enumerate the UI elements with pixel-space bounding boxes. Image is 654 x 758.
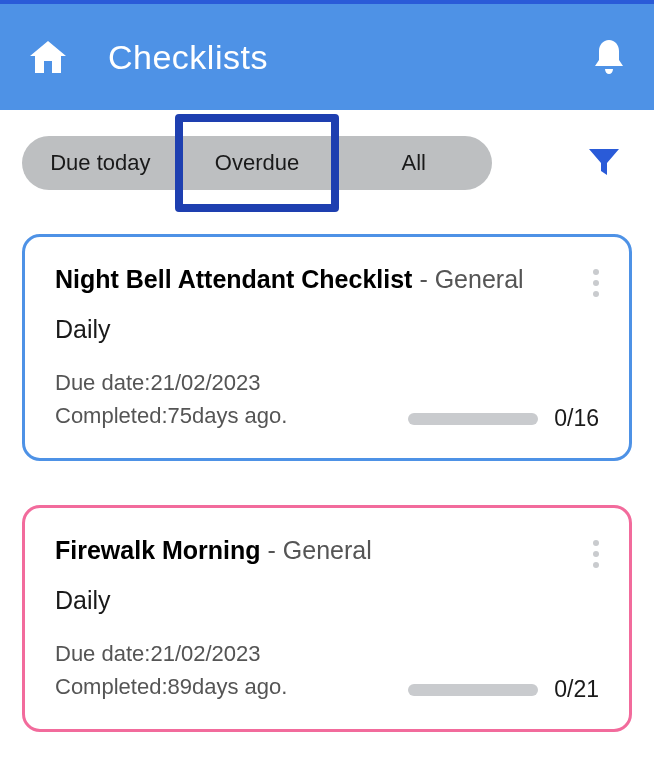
- tabs-row: Due today Overdue All: [0, 110, 654, 190]
- progress-bar: [408, 684, 538, 696]
- card-more-button[interactable]: [585, 536, 599, 568]
- app-header: Checklists: [0, 4, 654, 110]
- bell-icon: [592, 38, 626, 76]
- more-icon: [593, 562, 599, 568]
- checklist-name: Night Bell Attendant Checklist: [55, 265, 412, 293]
- home-button[interactable]: [28, 39, 68, 75]
- card-title: Night Bell Attendant Checklist - General: [55, 265, 524, 294]
- page-title: Checklists: [108, 38, 268, 77]
- more-icon: [593, 291, 599, 297]
- card-header-row: Night Bell Attendant Checklist - General: [55, 265, 599, 297]
- progress-bar: [408, 413, 538, 425]
- card-more-button[interactable]: [585, 265, 599, 297]
- checklist-category: - General: [261, 536, 372, 564]
- more-icon: [593, 269, 599, 275]
- tab-selected-inner: Overdue: [215, 150, 299, 176]
- card-title: Firewalk Morning - General: [55, 536, 372, 565]
- progress-row: 0/21: [408, 676, 599, 703]
- card-header-row: Firewalk Morning - General: [55, 536, 599, 568]
- progress-row: 0/16: [408, 405, 599, 432]
- due-label: Due date:: [55, 370, 150, 395]
- due-value: 21/02/2023: [150, 641, 260, 666]
- tab-label: Due today: [50, 150, 150, 176]
- checklist-card[interactable]: Firewalk Morning - General Daily Due dat…: [22, 505, 632, 732]
- completed-value: 75days ago.: [168, 403, 288, 428]
- filter-button[interactable]: [586, 143, 622, 183]
- home-icon: [28, 39, 68, 75]
- cards-container: Night Bell Attendant Checklist - General…: [0, 190, 654, 732]
- progress-text: 0/21: [554, 676, 599, 703]
- completed-value: 89days ago.: [168, 674, 288, 699]
- tab-due-today[interactable]: Due today: [22, 136, 179, 190]
- checklist-category: - General: [412, 265, 523, 293]
- tab-overdue[interactable]: Overdue: [179, 136, 336, 190]
- filter-icon: [586, 143, 622, 179]
- checklist-frequency: Daily: [55, 315, 599, 344]
- due-label: Due date:: [55, 641, 150, 666]
- completed-label: Completed:: [55, 403, 168, 428]
- tab-all[interactable]: All: [335, 136, 492, 190]
- notifications-button[interactable]: [592, 38, 626, 80]
- more-icon: [593, 540, 599, 546]
- tab-label: Overdue: [215, 150, 299, 175]
- completed-label: Completed:: [55, 674, 168, 699]
- more-icon: [593, 551, 599, 557]
- due-value: 21/02/2023: [150, 370, 260, 395]
- checklist-frequency: Daily: [55, 586, 599, 615]
- due-line: Due date:21/02/2023: [55, 637, 599, 670]
- checklist-name: Firewalk Morning: [55, 536, 261, 564]
- checklist-card[interactable]: Night Bell Attendant Checklist - General…: [22, 234, 632, 461]
- due-line: Due date:21/02/2023: [55, 366, 599, 399]
- tab-label: All: [401, 150, 425, 176]
- tab-bar: Due today Overdue All: [22, 136, 492, 190]
- progress-text: 0/16: [554, 405, 599, 432]
- more-icon: [593, 280, 599, 286]
